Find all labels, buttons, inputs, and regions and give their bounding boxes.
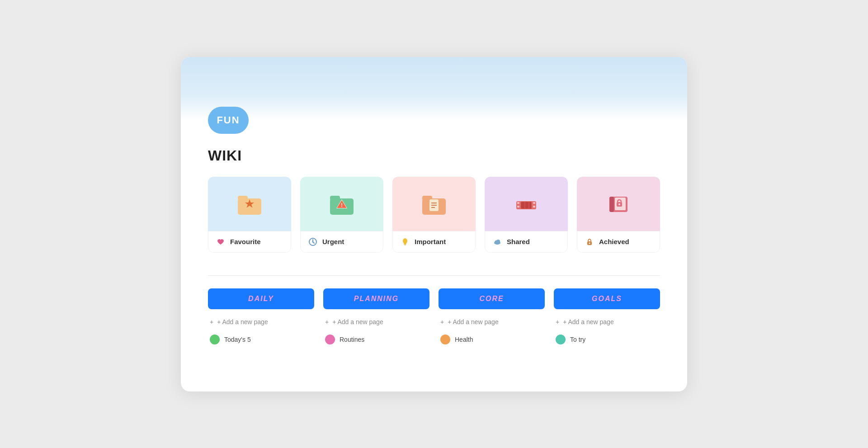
wiki-card-image-achieved (577, 177, 660, 231)
svg-point-39 (589, 242, 590, 244)
wiki-card-label-important: Important (392, 231, 476, 253)
wiki-card-label-urgent: Urgent (300, 231, 383, 253)
add-page-core[interactable]: + + Add a new page (439, 316, 545, 328)
wiki-card-label-achieved: Achieved (577, 231, 660, 253)
wiki-card-favourite[interactable]: Favourite (208, 177, 291, 253)
page-name-todays5: Today's 5 (224, 336, 251, 343)
plus-icon-planning: + (325, 318, 329, 325)
wiki-title: WIKI (208, 147, 660, 164)
page-name-health: Health (455, 336, 473, 343)
core-label: CORE (479, 295, 504, 302)
svg-text:!: ! (341, 202, 343, 208)
page-dot-routines (325, 335, 335, 344)
add-page-planning[interactable]: + + Add a new page (323, 316, 429, 328)
logo-text: FUN (217, 114, 240, 126)
page-item-todays5[interactable]: Today's 5 (208, 333, 314, 346)
add-page-daily[interactable]: + + Add a new page (208, 316, 314, 328)
folder-film-icon (512, 189, 541, 218)
folder-note-icon (420, 189, 448, 218)
page-dot-totry (556, 335, 566, 344)
clock-icon (308, 237, 318, 247)
svg-point-11 (312, 241, 314, 242)
add-label-daily: + Add a new page (217, 318, 268, 325)
page-name-totry: To try (570, 336, 585, 343)
main-content: WIKI (181, 120, 687, 364)
category-header-planning[interactable]: PLANNING (323, 288, 429, 309)
svg-rect-24 (533, 202, 535, 204)
wiki-cards-row: Favourite ! (208, 177, 660, 253)
svg-rect-23 (517, 206, 519, 207)
svg-rect-1 (238, 196, 248, 200)
category-col-planning: PLANNING + + Add a new page Routines (323, 288, 429, 346)
lock-icon (585, 237, 594, 247)
page-item-routines[interactable]: Routines (323, 333, 429, 346)
svg-rect-22 (517, 202, 519, 204)
wiki-card-image-urgent: ! (300, 177, 383, 231)
svg-rect-34 (609, 197, 614, 212)
svg-rect-27 (521, 202, 524, 208)
daily-label: DAILY (248, 295, 274, 302)
wiki-card-image-favourite (208, 177, 291, 231)
svg-rect-4 (330, 196, 340, 200)
svg-rect-19 (404, 243, 406, 245)
plus-icon-daily: + (210, 318, 213, 325)
category-col-core: CORE + + Add a new page Health (439, 288, 545, 346)
fun-logo[interactable]: FUN (208, 107, 249, 134)
add-label-core: + Add a new page (448, 318, 499, 325)
bulb-icon (400, 237, 410, 247)
header-banner: FUN (181, 57, 687, 120)
shared-label: Shared (507, 238, 530, 245)
favourite-label: Favourite (230, 238, 261, 245)
category-col-goals: GOALS + + Add a new page To try (554, 288, 660, 346)
goals-label: GOALS (592, 295, 622, 302)
svg-point-32 (496, 240, 500, 243)
svg-point-18 (403, 238, 407, 244)
page-item-totry[interactable]: To try (554, 333, 660, 346)
page-dot-health (440, 335, 450, 344)
svg-rect-25 (533, 206, 535, 207)
section-divider (208, 275, 660, 276)
wiki-card-achieved[interactable]: Achieved (577, 177, 660, 253)
planning-label: PLANNING (354, 295, 399, 302)
plus-icon-core: + (440, 318, 444, 325)
page-item-health[interactable]: Health (439, 333, 545, 346)
wiki-card-image-shared (485, 177, 568, 231)
category-header-goals[interactable]: GOALS (554, 288, 660, 309)
wiki-card-label-shared: Shared (485, 231, 568, 253)
achieved-label: Achieved (599, 238, 629, 245)
page-dot-todays5 (210, 335, 220, 344)
category-col-daily: DAILY + + Add a new page Today's 5 (208, 288, 314, 346)
svg-point-37 (618, 203, 620, 205)
folder-warning-icon: ! (327, 189, 356, 218)
wiki-card-important[interactable]: Important (392, 177, 476, 253)
svg-rect-29 (529, 202, 531, 208)
add-label-planning: + Add a new page (332, 318, 383, 325)
category-header-core[interactable]: CORE (439, 288, 545, 309)
app-window: FUN WIKI (181, 57, 687, 391)
page-name-routines: Routines (340, 336, 364, 343)
urgent-label: Urgent (322, 238, 344, 245)
svg-rect-28 (525, 202, 528, 208)
add-page-goals[interactable]: + + Add a new page (554, 316, 660, 328)
add-label-goals: + Add a new page (563, 318, 614, 325)
heart-icon (216, 237, 226, 247)
folder-star-icon (235, 189, 264, 218)
folder-lock-icon (604, 189, 633, 218)
wiki-card-image-important (392, 177, 476, 231)
plus-icon-goals: + (556, 318, 559, 325)
category-grid: DAILY + + Add a new page Today's 5 PLANN… (208, 288, 660, 346)
cloud-icon (492, 237, 502, 247)
wiki-card-urgent[interactable]: ! Urgent (300, 177, 383, 253)
wiki-card-shared[interactable]: Shared (485, 177, 568, 253)
wiki-card-label-favourite: Favourite (208, 231, 291, 253)
important-label: Important (415, 238, 446, 245)
category-header-daily[interactable]: DAILY (208, 288, 314, 309)
